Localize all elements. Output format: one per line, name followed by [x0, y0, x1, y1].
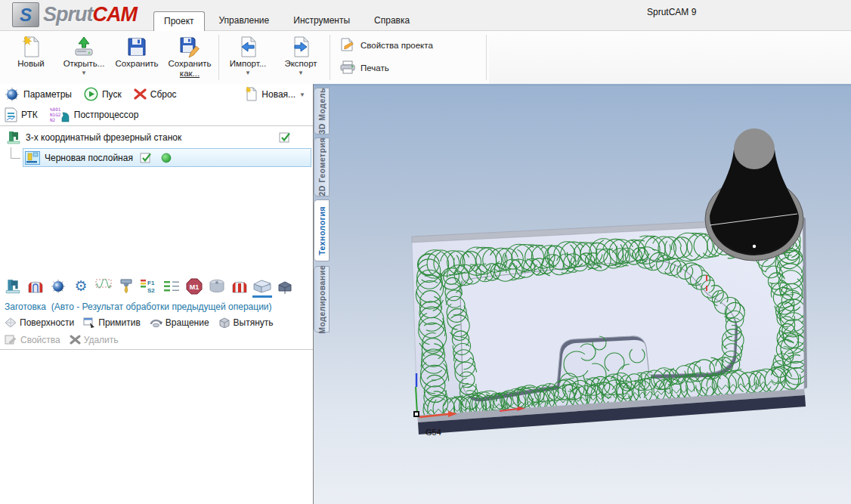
machining-scene: [314, 86, 851, 504]
machine-icon: [6, 130, 21, 145]
roughing-operation-icon: [25, 151, 40, 165]
svg-text:N2: N2: [50, 117, 56, 122]
export-button[interactable]: Экспорт▼: [274, 31, 327, 84]
tool-icon[interactable]: [116, 277, 136, 298]
holder-icon[interactable]: [207, 277, 227, 298]
ribbon-separator: [330, 35, 330, 80]
feeds-speeds-icon[interactable]: F1S2: [139, 277, 159, 298]
postprocessor-icon: %001N1G2N2: [50, 107, 70, 123]
new-operation-button[interactable]: Новая... ▼: [244, 86, 305, 102]
surfaces-button[interactable]: Поверхности: [5, 317, 74, 328]
workpiece-mode: (Авто - Результат обработки предыдущей о…: [51, 301, 272, 312]
app-logo: S SprutCAM: [12, 2, 137, 27]
wcs-g54-label: G54: [426, 428, 441, 437]
reset-button[interactable]: Сброс: [134, 88, 177, 100]
ribbon-empty-area: [489, 31, 851, 84]
rtk-document-icon: [5, 107, 17, 122]
properties-button-disabled[interactable]: Свойства: [5, 334, 60, 345]
open-button[interactable]: Открыть...▼: [57, 31, 110, 84]
extrude-button[interactable]: Вытянуть: [218, 317, 274, 328]
workpiece-model-icon[interactable]: [26, 277, 45, 298]
ribbon-separator: [486, 35, 487, 80]
panel-separator: [0, 349, 313, 350]
tab-simulation[interactable]: Моделирование: [314, 266, 330, 332]
save-as-button[interactable]: Сохранитькак...: [163, 31, 216, 84]
save-button[interactable]: Сохранить: [110, 31, 163, 84]
tab-tools[interactable]: Инструменты: [283, 11, 360, 30]
extrude-icon: [218, 317, 231, 328]
primitive-button[interactable]: Примитив: [83, 317, 141, 328]
curve-icon[interactable]: [94, 277, 113, 298]
svg-text:M1: M1: [190, 283, 200, 291]
model-elements-toolbar: ⚙ F1S2 M1: [0, 275, 313, 299]
levels-list-icon[interactable]: [162, 277, 181, 298]
rtk-button[interactable]: РТК: [5, 107, 38, 122]
settings-gear-icon[interactable]: ⚙: [71, 277, 91, 298]
logo-text: SprutCAM: [43, 3, 137, 26]
operation-label: Черновая послойная: [45, 153, 133, 163]
fixtures-icon[interactable]: [275, 277, 295, 298]
tree-connector: [0, 147, 23, 168]
tab-project[interactable]: Проект: [153, 11, 205, 31]
svg-text:F1: F1: [147, 280, 155, 286]
new-operation-dropdown-arrow[interactable]: ▼: [299, 91, 305, 98]
delete-x-icon: [70, 335, 81, 345]
tab-management[interactable]: Управление: [209, 11, 280, 30]
import-dropdown-arrow[interactable]: ▼: [245, 70, 251, 76]
reset-x-icon: [134, 88, 147, 100]
export-dropdown-arrow[interactable]: ▼: [298, 70, 304, 76]
revolve-icon: [150, 317, 162, 328]
new-operation-icon: [244, 86, 258, 102]
delete-button-disabled[interactable]: Удалить: [70, 335, 119, 345]
tree-row-operation[interactable]: Черновая послойная: [0, 147, 313, 168]
main-menu: Проект Управление Инструменты Справка: [153, 11, 419, 30]
technology-panel: Параметры Пуск Сброс Новая... ▼: [0, 84, 314, 504]
tab-help[interactable]: Справка: [364, 11, 419, 30]
import-button[interactable]: Импорт...▼: [221, 31, 274, 84]
import-icon: [238, 34, 258, 59]
workpiece-title: Заготовка: [5, 301, 46, 312]
svg-text:S2: S2: [147, 287, 155, 294]
part-model-icon[interactable]: [230, 277, 249, 298]
revolve-button[interactable]: Вращение: [150, 317, 209, 328]
operation-checkbox[interactable]: [138, 152, 154, 163]
start-button[interactable]: Пуск: [84, 87, 122, 101]
print-button[interactable]: Печать: [340, 60, 476, 76]
selected-operation-row[interactable]: Черновая послойная: [23, 148, 311, 167]
properties-icon: [5, 334, 17, 345]
project-properties-button[interactable]: Свойства проекта: [340, 37, 476, 54]
stock-icon-selected[interactable]: [252, 277, 272, 298]
m-commands-icon[interactable]: M1: [184, 277, 204, 298]
tab-technology[interactable]: Технология: [314, 199, 330, 261]
workpiece-buttons-row2: Свойства Удалить: [0, 331, 313, 348]
panel-separator: [0, 125, 313, 126]
project-properties-icon: [340, 37, 355, 54]
operation-toolbar-row1: Параметры Пуск Сброс Новая... ▼: [0, 84, 313, 104]
parameters-knob-icon: [5, 87, 20, 102]
play-icon: [84, 87, 98, 101]
tab-3d-model[interactable]: 3D Модель: [314, 88, 330, 135]
title-bar: S SprutCAM SprutCAM 9 Проект Управление …: [0, 0, 851, 31]
tree-row-machine[interactable]: 3-х координатный фрезерный станок: [0, 127, 313, 147]
new-document-icon: [21, 34, 41, 59]
postprocessor-button[interactable]: %001N1G2N2 Постпроцессор: [50, 107, 139, 123]
save-icon: [126, 34, 147, 59]
parameters-button[interactable]: Параметры: [5, 87, 72, 102]
workpiece-buttons-row1: Поверхности Примитив Вращение Вытянуть: [0, 314, 313, 331]
graphics-viewport[interactable]: 3D Модель 2D Геометрия Технология Модели…: [314, 84, 851, 504]
open-dropdown-arrow[interactable]: ▼: [81, 70, 87, 76]
surface-icon: [5, 317, 17, 328]
save-as-icon: [178, 34, 201, 59]
ribbon-separator: [218, 35, 219, 80]
workspace-tabs: 3D Модель 2D Геометрия Технология Модели…: [314, 88, 330, 332]
tab-2d-geometry[interactable]: 2D Геометрия: [314, 138, 330, 196]
milling-tool: [705, 128, 803, 261]
machine-setup-icon[interactable]: [3, 277, 23, 298]
operation-status-indicator: [159, 153, 174, 163]
machine-checkbox[interactable]: [277, 131, 293, 143]
parameters-knob-small-icon[interactable]: [48, 277, 68, 298]
application-window: S SprutCAM SprutCAM 9 Проект Управление …: [0, 0, 851, 504]
open-icon: [73, 34, 95, 59]
window-title: SprutCAM 9: [647, 7, 696, 17]
new-project-button[interactable]: Новый: [5, 31, 57, 84]
